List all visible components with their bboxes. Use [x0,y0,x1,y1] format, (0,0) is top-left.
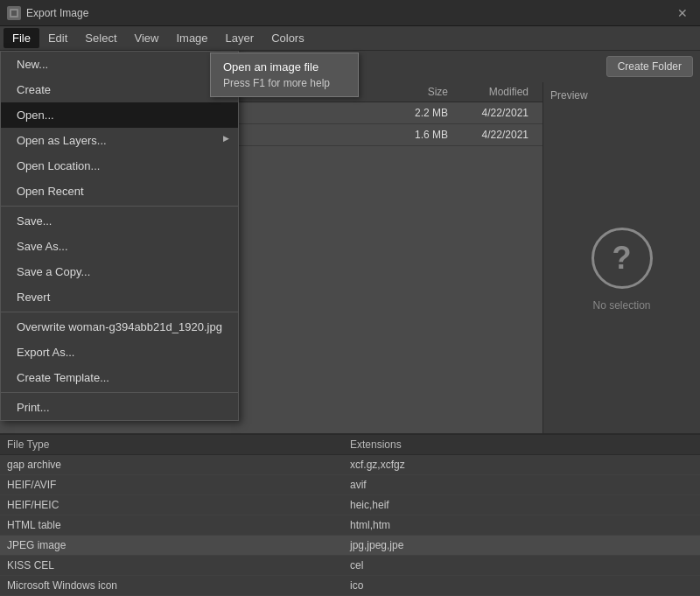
menu-revert[interactable]: Revert [1,284,238,310]
col-size: Size [378,86,448,98]
ft-ext-1: avif [350,479,693,491]
menu-open-location[interactable]: Open Location... [1,153,238,179]
col-modified: Modified [448,86,536,98]
preview-icon-area: ? No selection [592,112,653,426]
menu-colors[interactable]: Colors [262,28,313,48]
menu-save-as[interactable]: Save As... [1,234,238,259]
open-tooltip: Open an image file Press F1 for more hel… [210,53,359,97]
col-file-type: File Type [7,438,350,451]
menu-save-copy[interactable]: Save a Copy... [1,259,238,284]
list-item[interactable]: HEIF/HEIC heic,heif [0,495,700,515]
preview-panel: Preview ? No selection [542,82,700,433]
menu-open-recent[interactable]: Open Recent [1,179,238,204]
ft-type-0: gap archive [7,459,350,471]
menu-save[interactable]: Save... [1,206,238,234]
window-title: Export Image [26,7,88,19]
ft-ext-4: jpg,jpeg,jpe [350,539,693,551]
app-icon [7,6,21,20]
title-bar: Export Image ✕ [0,0,700,26]
col-extensions: Extensions [350,438,693,451]
file-dropdown-menu: New... Create Open... Open as Layers... … [0,51,239,421]
menu-new[interactable]: New... [1,52,238,77]
menu-bar: File Edit Select View Image Layer Colors [0,26,700,51]
close-button[interactable]: ✕ [672,4,693,22]
ft-type-3: HTML table [7,519,350,531]
file-type-header: File Type Extensions [0,435,700,455]
no-selection-text: No selection [592,299,650,312]
menu-create[interactable]: Create [1,77,238,102]
list-item[interactable]: HTML table html,htm [0,515,700,536]
menu-layer[interactable]: Layer [217,28,263,48]
tooltip-hint: Press F1 for more help [223,77,346,89]
list-item[interactable]: JPEG image jpg,jpeg,jpe [0,536,700,556]
menu-open-as-layers[interactable]: Open as Layers... [1,128,238,153]
list-item[interactable]: KISS CEL cel [0,556,700,576]
menu-overwrite[interactable]: Overwrite woman-g394abb21d_1920.jpg [1,312,238,340]
ft-type-4: JPEG image [7,539,350,551]
menu-select[interactable]: Select [76,28,125,48]
ft-ext-5: cel [350,559,693,571]
file-modified-2: 4/22/2021 [448,129,536,141]
create-folder-button[interactable]: Create Folder [606,56,693,77]
ft-type-2: HEIF/HEIC [7,499,350,511]
menu-image[interactable]: Image [167,28,216,48]
preview-question-icon: ? [592,228,653,289]
menu-create-template[interactable]: Create Template... [1,365,238,390]
ft-ext-3: html,htm [350,519,693,531]
title-bar-left: Export Image [7,6,88,20]
preview-label: Preview [550,89,588,102]
file-modified-1: 4/22/2021 [448,107,536,119]
ft-type-6: Microsoft Windows icon [7,579,350,592]
menu-print[interactable]: Print... [1,392,238,420]
list-item[interactable]: Microsoft Windows icon ico [0,576,700,596]
dropdown-menu: New... Create Open... Open as Layers... … [0,51,239,421]
svg-rect-1 [11,11,17,16]
menu-edit[interactable]: Edit [39,28,76,48]
ft-ext-6: ico [350,579,693,592]
menu-export-as[interactable]: Export As... [1,340,238,365]
list-item[interactable]: HEIF/AVIF avif [0,475,700,495]
file-size-1: 2.2 MB [378,107,448,119]
menu-view[interactable]: View [126,28,168,48]
tooltip-title: Open an image file [223,60,346,74]
menu-open[interactable]: Open... [1,102,238,128]
ft-ext-0: xcf.gz,xcfgz [350,459,693,471]
ft-ext-2: heic,heif [350,499,693,511]
menu-file[interactable]: File [4,28,39,48]
file-type-table: File Type Extensions gap archive xcf.gz,… [0,433,700,596]
file-size-2: 1.6 MB [378,129,448,141]
list-item[interactable]: gap archive xcf.gz,xcfgz [0,455,700,475]
ft-type-5: KISS CEL [7,559,350,571]
ft-type-1: HEIF/AVIF [7,479,350,491]
